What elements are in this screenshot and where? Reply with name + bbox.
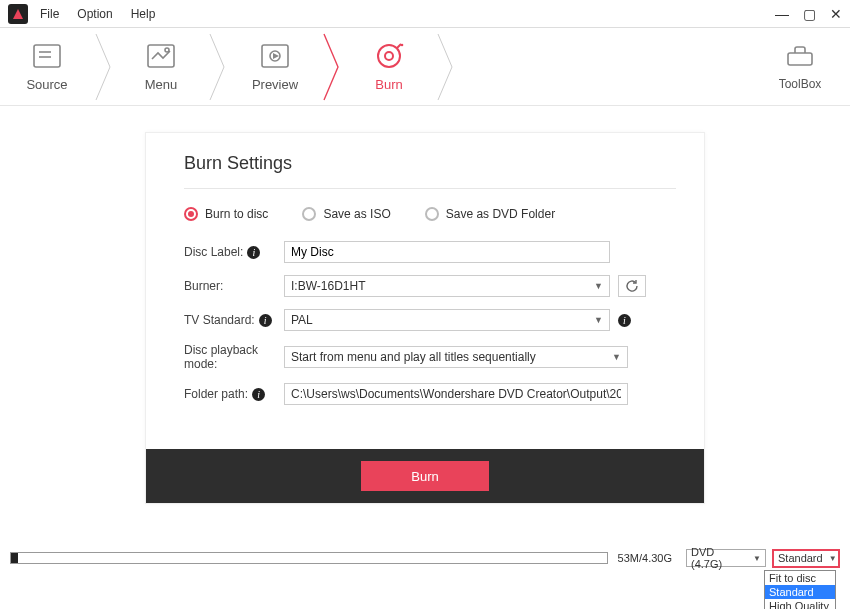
radio-save-iso[interactable]: Save as ISO bbox=[302, 207, 390, 221]
disc-usage-bar bbox=[10, 552, 608, 564]
radio-label: Burn to disc bbox=[205, 207, 268, 221]
radio-label: Save as DVD Folder bbox=[446, 207, 555, 221]
info-icon[interactable]: i bbox=[259, 314, 272, 327]
radio-dot bbox=[184, 207, 198, 221]
svg-rect-12 bbox=[788, 53, 812, 65]
disc-usage-text: 53M/4.30G bbox=[618, 552, 672, 564]
step-label: Source bbox=[26, 77, 67, 92]
disc-type-select[interactable]: DVD (4.7G) ▼ bbox=[686, 549, 766, 567]
quality-select[interactable]: Standard ▼ bbox=[772, 549, 840, 568]
disc-label-input[interactable] bbox=[284, 241, 610, 263]
radio-save-dvd-folder[interactable]: Save as DVD Folder bbox=[425, 207, 555, 221]
folder-path-value: C:\Users\ws\Documents\Wondershare DVD Cr… bbox=[291, 387, 621, 401]
playback-value: Start from menu and play all titles sequ… bbox=[291, 350, 536, 364]
burner-label: Burner: bbox=[184, 279, 284, 293]
refresh-icon bbox=[625, 279, 639, 293]
svg-point-4 bbox=[165, 48, 169, 52]
chevron-down-icon: ▼ bbox=[612, 352, 621, 362]
source-icon bbox=[32, 41, 62, 71]
tv-standard-label: TV Standard: i bbox=[184, 313, 284, 327]
svg-point-11 bbox=[401, 44, 404, 47]
info-icon[interactable]: i bbox=[618, 314, 631, 327]
settings-title: Burn Settings bbox=[184, 153, 676, 189]
quality-option-high[interactable]: High Quality bbox=[765, 599, 835, 609]
toolbox-icon bbox=[785, 42, 815, 71]
step-preview[interactable]: Preview bbox=[228, 28, 322, 105]
menu-icon bbox=[146, 41, 176, 71]
quality-value: Standard bbox=[778, 552, 823, 564]
step-label: Burn bbox=[375, 77, 402, 92]
burn-bar: Burn bbox=[146, 449, 704, 503]
chevron-down-icon: ▼ bbox=[829, 554, 837, 563]
close-icon[interactable]: ✕ bbox=[830, 6, 842, 22]
playback-mode-select[interactable]: Start from menu and play all titles sequ… bbox=[284, 346, 628, 368]
svg-point-9 bbox=[385, 52, 393, 60]
chevron-down-icon: ▼ bbox=[594, 315, 603, 325]
burner-select[interactable]: I:BW-16D1HT ▼ bbox=[284, 275, 610, 297]
info-icon[interactable]: i bbox=[252, 388, 265, 401]
menu-help[interactable]: Help bbox=[131, 7, 156, 21]
radio-burn-to-disc[interactable]: Burn to disc bbox=[184, 207, 268, 221]
step-nav: Source Menu Preview bbox=[0, 28, 850, 106]
tv-standard-value: PAL bbox=[291, 313, 313, 327]
toolbox-label: ToolBox bbox=[779, 77, 822, 91]
chevron-down-icon: ▼ bbox=[594, 281, 603, 291]
step-source[interactable]: Source bbox=[0, 28, 94, 105]
bottom-bar: 53M/4.30G DVD (4.7G) ▼ Standard ▼ bbox=[10, 551, 840, 565]
preview-icon bbox=[260, 41, 290, 71]
step-burn[interactable]: Burn bbox=[342, 28, 436, 105]
menu-file[interactable]: File bbox=[40, 7, 59, 21]
quality-dropdown: Fit to disc Standard High Quality bbox=[764, 570, 836, 609]
radio-dot bbox=[302, 207, 316, 221]
chevron-down-icon: ▼ bbox=[753, 554, 761, 563]
svg-point-8 bbox=[378, 45, 400, 67]
burn-icon bbox=[374, 41, 404, 71]
menu-option[interactable]: Option bbox=[77, 7, 112, 21]
quality-option-fit[interactable]: Fit to disc bbox=[765, 571, 835, 585]
burn-button[interactable]: Burn bbox=[361, 461, 489, 491]
disc-type-value: DVD (4.7G) bbox=[691, 546, 747, 570]
window-controls: — ▢ ✕ bbox=[775, 6, 842, 22]
radio-dot bbox=[425, 207, 439, 221]
refresh-burner-button[interactable] bbox=[618, 275, 646, 297]
folder-path-picker[interactable]: C:\Users\ws\Documents\Wondershare DVD Cr… bbox=[284, 383, 628, 405]
playback-label: Disc playback mode: bbox=[184, 343, 284, 371]
svg-marker-7 bbox=[273, 53, 279, 59]
burn-mode-radios: Burn to disc Save as ISO Save as DVD Fol… bbox=[184, 207, 676, 221]
disc-label-label: Disc Label: i bbox=[184, 245, 284, 259]
maximize-icon[interactable]: ▢ bbox=[803, 6, 816, 22]
tv-standard-select[interactable]: PAL ▼ bbox=[284, 309, 610, 331]
menubar: File Option Help bbox=[40, 7, 155, 21]
step-menu[interactable]: Menu bbox=[114, 28, 208, 105]
step-label: Preview bbox=[252, 77, 298, 92]
titlebar: File Option Help — ▢ ✕ bbox=[0, 0, 850, 28]
step-label: Menu bbox=[145, 77, 178, 92]
folder-path-label: Folder path: i bbox=[184, 387, 284, 401]
burner-value: I:BW-16D1HT bbox=[291, 279, 365, 293]
disc-usage-fill bbox=[11, 553, 18, 563]
minimize-icon[interactable]: — bbox=[775, 6, 789, 22]
svg-line-10 bbox=[397, 44, 401, 48]
radio-label: Save as ISO bbox=[323, 207, 390, 221]
toolbox-button[interactable]: ToolBox bbox=[760, 42, 850, 91]
info-icon[interactable]: i bbox=[247, 246, 260, 259]
burn-settings-card: Burn Settings Burn to disc Save as ISO S… bbox=[145, 132, 705, 504]
quality-option-standard[interactable]: Standard bbox=[765, 585, 835, 599]
svg-rect-0 bbox=[34, 45, 60, 67]
app-icon bbox=[8, 4, 28, 24]
